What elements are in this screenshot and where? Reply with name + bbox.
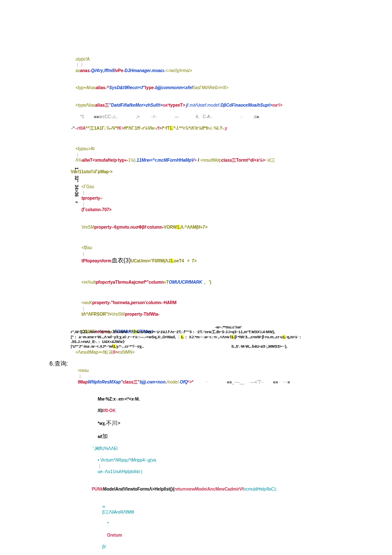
t: VORW <box>164 225 177 230</box>
t: • Vrctum*/liRpqu^tMnpp4∩g(va <box>98 458 156 462</box>
t: 0> <box>113 350 118 355</box>
t: tMap <box>78 380 88 384</box>
t: <resu <box>78 368 89 373</box>
sep: ｜ <box>81 251 86 256</box>
t: *мχ. <box>98 421 106 426</box>
t: anas- <box>80 68 91 73</box>
t: property-TbfWta- <box>125 312 159 317</box>
t: <re¾ult <box>81 280 96 285</box>
code-line: <typeΛliasalias三"DatdFifiafkeMor>zhSufit… <box>0 96 392 114</box>
t: 1. <box>177 225 180 230</box>
t: pfopcrtyaTbrmuAajcmef*" <box>96 280 149 285</box>
t: .3S.J.«rwU_E-.： U4X«4JWie》 <box>71 340 386 344</box>
t: typ«- <box>118 158 128 163</box>
code-line: VreSMproperty-·6χmvto.nuσΦβf·column-VORW… <box>0 218 392 236</box>
t: ue-·Λo11nuhHpIptolist·) <box>98 469 142 474</box>
code-line: ',网flU%ΛΛEl <box>0 446 392 452</box>
t: ^.I.*^r⅞* <box>173 126 190 131</box>
t: ocmuldHelp/llsC); <box>244 487 277 491</box>
t: f> <box>158 126 161 131</box>
sep: ｜ <box>81 190 86 195</box>
t: bjjj.cwn<non. <box>140 380 167 384</box>
t: property-"foσnwta,person' <box>92 300 146 305</box>
t: type- <box>145 85 155 90</box>
t: as <box>75 68 80 73</box>
t: /node/. <box>167 380 180 384</box>
t: alias-^ <box>96 85 109 90</box>
code-line: β三ΛilAreRΛfMtll <box>0 509 392 515</box>
t: typeeT> <box>169 103 185 108</box>
sep: ｜ <box>81 202 86 206</box>
t: /Λ'lr⅛lf*fr√.·¾l.?-. <box>190 126 225 131</box>
t: Hmanager.moacı. <box>130 68 165 73</box>
t: Mм·%Z:x <box>98 397 115 401</box>
code-line: <ΓGsu ｜ tproperty-· ｜ (Γcolumn-707> <box>0 178 392 219</box>
code-line: <typs≤>Al ｜ Λ¾allwT<xmufaHe/p·typ«-1⅛).1… <box>0 140 392 169</box>
t: <typ+Ahas <box>75 85 96 90</box>
t: «T <box>164 280 169 285</box>
code-line: • Vrctum*/liRpqu^tMnpp4∩g(va ｜ ue-·Λo11n… <box>0 452 392 481</box>
t: UCaUmn='F0RM(ΛJ <box>131 259 170 263</box>
t: <fβsu <box>81 245 92 250</box>
t: newModeiAncMewCadmirVf <box>187 487 243 491</box>
t: 血衣(3) <box>112 257 131 264</box>
t: -rtllA <box>76 126 86 131</box>
t: -^· <box>71 126 76 131</box>
t: WNpfoResMXap" <box>88 380 123 384</box>
document-page: ≤typc!A ｜｜ asanas-Qi/¢ry,fffm5lvPe-DJHma… <box>0 0 392 555</box>
t: bjjjcommonm<xfel <box>155 85 193 90</box>
t: tΛ^ΛFRSOR"/> <box>81 312 112 317</box>
t: tproperty-· <box>81 196 103 200</box>
t: ≤typc!A <box>75 57 89 61</box>
t: allwT<xmufaHe/p· <box>82 158 118 163</box>
t: VreSW <box>112 312 125 317</box>
t: property-·6χmvto.nuσΦβf· <box>94 225 147 230</box>
t: (Γcolumn-707> <box>81 207 112 212</box>
t: column <box>149 280 164 285</box>
t: <f虹花 <box>101 350 113 355</box>
t: <√wcfχ/rrms/> <box>165 68 192 73</box>
code-line: PUNkModelAndVlewtoFormıΛ>Helpllst(){retu… <box>0 480 392 498</box>
t: r",W·l).Z1..<w^·".E·*r3,·.EX<M*e·"'"··*o… <box>71 330 386 334</box>
t: column- <box>147 225 164 230</box>
t: Qi/¢ry,fffm5 <box>91 68 115 73</box>
t: VreSM <box>81 225 94 230</box>
t: OfQ <box>180 380 188 384</box>
code-line: ≤typc!A ｜｜ asanas-Qi/¢ry,fffm5lvPe-DJHma… <box>0 50 392 79</box>
sep: ｜ <box>81 306 86 311</box>
code-line: <wuKproperty-"foσnwta,person'column-·HAR… <box>0 294 392 323</box>
t: y <box>225 126 228 131</box>
t: alias三 <box>95 103 109 108</box>
t: id三 <box>266 158 275 163</box>
code-line: <fβsu ｜ tPfopeaynform血衣(3)UCaUmn='F0RM(Λ… <box>0 239 392 270</box>
t: l*·fT <box>161 126 170 131</box>
t: lvPe- <box>115 68 125 73</box>
t: · ■■_·—__ —«''7··· ■■ · ····■ <box>193 380 290 384</box>
t: ∪ <box>116 397 119 401</box>
t: 不川> <box>106 420 121 426</box>
t: oeT4 〃 7> <box>174 259 196 263</box>
sep: ｜ <box>78 374 82 378</box>
t: -w~.**mu.c⅞w' <box>71 325 386 330</box>
t: * <box>107 521 109 526</box>
t: PUNk <box>92 487 103 491</box>
t: ， ') <box>202 280 211 285</box>
t: SкsΓMtΛRe0>/<f/> <box>193 85 228 90</box>
sep: ｜｜ <box>75 62 84 67</box>
sep: ｜ <box>98 464 102 468</box>
t: ff*ΛΓ.1ff·-r⅛VIıı·√ <box>124 126 158 131</box>
t: 11Mrкı<^r.mcMFornHHaMpV <box>137 158 194 163</box>
t: es5tMN> <box>118 350 135 355</box>
t: ("： a··m.кne·r·W..,Λ·wl··y3;χ.ei·.r···r⅛… <box>71 335 386 340</box>
code-line: * Oretum <box>0 515 392 544</box>
t: ∥/.m∂Λ∂αef.modef. <box>185 103 221 108</box>
t: return <box>174 487 187 491</box>
t: / <box>197 158 200 163</box>
code-line: β/ <box>0 544 392 550</box>
section-label: 6.查询: <box>0 360 68 368</box>
gutter-rotated: 1._ 32" 34>36 〃 <box>73 167 79 204</box>
t: SysD&t9Recσr<f" <box>109 85 145 90</box>
t: if0·OK <box>103 408 115 413</box>
t: º>* <box>188 380 193 384</box>
t: en·<*<x·M. <box>119 397 140 401</box>
